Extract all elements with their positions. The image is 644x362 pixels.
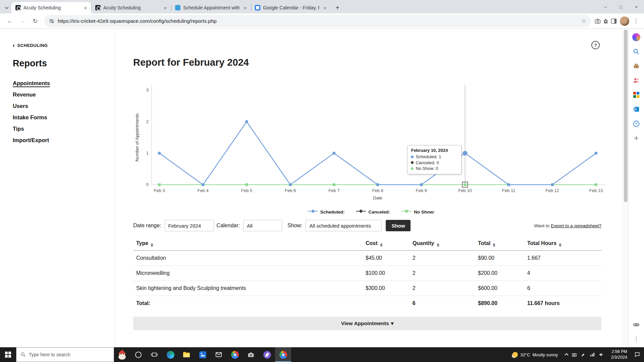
header-cost[interactable]: Cost	[363, 237, 410, 251]
cell-total-hours: 6	[524, 281, 601, 296]
legend-no-show[interactable]: No Show:	[401, 209, 435, 215]
new-tab-button[interactable]: +	[333, 3, 342, 12]
sidebar-item-revenue[interactable]: Revenue	[13, 92, 36, 98]
browser-tab-3[interactable]: Schedule Appointment with Th... ×	[171, 2, 251, 13]
calendar-input[interactable]	[243, 220, 282, 231]
tab-close-icon[interactable]: ×	[322, 5, 328, 11]
weather-widget[interactable]: 32°C Mostly sunny	[508, 352, 562, 357]
taskbar-search[interactable]: Type here to search	[16, 347, 114, 362]
browser-tab-1[interactable]: Acuity Scheduling ×	[11, 2, 91, 13]
canceled-marker-icon	[356, 209, 366, 215]
cell-quantity: 2	[410, 266, 475, 281]
outlook-icon[interactable]	[632, 105, 641, 114]
maximize-button[interactable]: □	[613, 0, 629, 13]
tray-camera-icon[interactable]	[572, 352, 577, 357]
people-icon[interactable]	[632, 76, 641, 85]
show-filter-input[interactable]	[306, 220, 382, 231]
date-range-input[interactable]	[165, 220, 214, 231]
svg-text:Feb 3: Feb 3	[154, 188, 165, 193]
tab-close-icon[interactable]: ×	[242, 5, 248, 11]
bookmark-star-icon[interactable]: ☆	[581, 17, 586, 24]
tray-pen-icon[interactable]	[581, 352, 586, 357]
view-appointments-button[interactable]: View Appointments ▾	[133, 317, 601, 330]
notification-center-icon[interactable]	[631, 352, 644, 358]
page-scrollbar[interactable]	[623, 29, 628, 347]
header-quantity[interactable]: Quantity	[410, 237, 475, 251]
search-icon[interactable]	[632, 47, 641, 56]
clock-time: 2:56 PM	[611, 349, 627, 355]
url-bar[interactable]: https://iris-cricket-42e9.squarespace.co…	[44, 15, 591, 27]
edge-icon[interactable]	[162, 347, 178, 362]
sidebar-item-users[interactable]: Users	[13, 103, 28, 109]
mail-icon[interactable]	[211, 347, 227, 362]
export-link[interactable]: Export to a spreadsheet?	[551, 223, 601, 228]
close-button[interactable]: ×	[629, 0, 644, 13]
table-row: Skin tightening and Body Sculpting treat…	[133, 281, 601, 296]
svg-text:Feb 8: Feb 8	[372, 188, 383, 193]
show-button[interactable]: Show	[386, 220, 411, 231]
canceled-dot-icon	[411, 161, 414, 164]
browser-menu-icon[interactable]: ⋮	[632, 17, 640, 24]
svg-text:Feb 12: Feb 12	[546, 188, 559, 193]
clock[interactable]: 2:56 PM 2/3/2024	[607, 349, 631, 360]
cortana-icon[interactable]	[130, 347, 146, 362]
refresh-icon[interactable]: ↻	[30, 15, 41, 27]
header-total-hours[interactable]: Total Hours	[524, 237, 601, 251]
legend-scheduled[interactable]: Scheduled:	[308, 209, 345, 215]
header-total[interactable]: Total	[475, 237, 524, 251]
tray-volume-icon[interactable]	[599, 352, 604, 357]
browser-tab-4[interactable]: Google Calendar - Friday, Febr... ×	[251, 2, 331, 13]
sidebar-item-intake-forms[interactable]: Intake Forms	[13, 114, 47, 121]
profile-avatar[interactable]	[620, 16, 629, 26]
tray-network-icon[interactable]	[590, 352, 595, 357]
rail-menu-icon[interactable]: ⋮	[632, 335, 641, 343]
add-shortcut-icon[interactable]	[632, 134, 641, 142]
chrome-icon[interactable]	[227, 347, 243, 362]
minimize-button[interactable]: –	[598, 0, 613, 13]
sidebar-item-import-export[interactable]: Import/Export	[13, 137, 49, 143]
file-explorer-icon[interactable]	[178, 347, 195, 362]
gamepad-icon[interactable]	[632, 320, 641, 329]
extensions-icon[interactable]	[602, 18, 609, 24]
forward-icon[interactable]: →	[17, 15, 28, 27]
sidebar-title: Reports	[13, 58, 115, 69]
browser-tab-2[interactable]: Acuity Scheduling ×	[91, 2, 171, 13]
tab-search-icon[interactable]	[2, 2, 11, 13]
viber-icon[interactable]	[259, 347, 275, 362]
sidebar-item-tips[interactable]: Tips	[13, 126, 24, 132]
sidebar-item-appointments[interactable]: Appointments	[13, 80, 50, 86]
task-view-icon[interactable]	[146, 347, 162, 362]
help-icon[interactable]: ?	[591, 41, 600, 49]
screenshot-icon[interactable]	[594, 18, 601, 24]
tab-close-icon[interactable]: ×	[162, 5, 168, 11]
tray-expand-icon[interactable]	[565, 353, 569, 357]
side-panel-icon[interactable]	[610, 18, 617, 24]
briefcase-icon[interactable]	[632, 62, 641, 70]
search-placeholder: Type here to search	[29, 352, 70, 357]
legend-canceled[interactable]: Canceled:	[356, 209, 390, 215]
site-settings-icon[interactable]	[49, 18, 54, 24]
tab-label: Google Calendar - Friday, Febr...	[263, 5, 319, 10]
news-mascot-icon[interactable]	[114, 347, 130, 362]
cell-quantity: 6	[410, 296, 475, 311]
share-arrow-icon[interactable]	[632, 119, 641, 128]
chevron-down-icon	[5, 5, 8, 9]
no-show-dot-icon	[411, 167, 414, 170]
start-button[interactable]	[0, 347, 16, 362]
calendar-label: Calendar:	[217, 223, 240, 229]
header-type[interactable]: Type	[133, 237, 363, 251]
camera-icon[interactable]	[243, 347, 259, 362]
scrollbar-thumb[interactable]	[624, 29, 628, 202]
photos-icon[interactable]	[195, 347, 211, 362]
copilot-icon[interactable]	[632, 33, 641, 42]
tab-close-icon[interactable]: ×	[83, 5, 89, 11]
taskbar-right: 32°C Mostly sunny 2:56 PM 2/3/2024	[508, 347, 644, 362]
caret-down-icon: ▾	[391, 320, 394, 326]
scheduling-back-link[interactable]: ‹ SCHEDULING	[13, 42, 115, 48]
back-icon[interactable]: ←	[4, 15, 15, 27]
system-tray	[562, 352, 607, 357]
acuity-favicon	[95, 5, 101, 10]
url-text[interactable]: https://iris-cricket-42e9.squarespace.co…	[58, 18, 578, 24]
apps-grid-icon[interactable]	[632, 90, 641, 99]
chrome-active-icon[interactable]	[275, 347, 291, 362]
